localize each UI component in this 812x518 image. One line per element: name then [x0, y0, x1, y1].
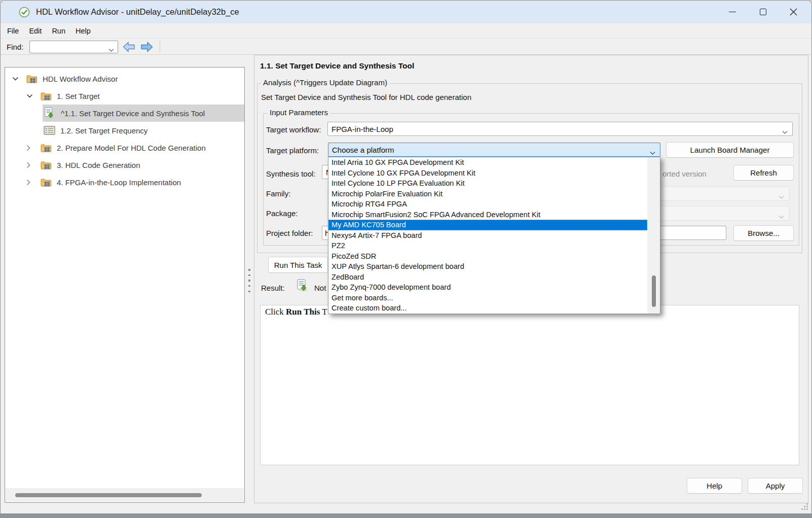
tree-node[interactable]: 1. Set Target [5, 87, 244, 105]
toolbar-separator [160, 41, 160, 53]
menu-help[interactable]: Help [70, 27, 96, 35]
maximize-button[interactable] [748, 1, 778, 23]
target-workflow-label: Target workflow: [266, 125, 321, 134]
task-description: Set Target Device and Synthesis Tool for… [261, 93, 471, 101]
report-text: Click Run This T [265, 307, 327, 317]
tree-node[interactable]: 4. FPGA-in-the-Loop Implementation [5, 174, 244, 191]
task-status-icon [296, 279, 309, 294]
chevron-right-icon[interactable] [26, 160, 40, 169]
apply-button[interactable]: Apply [748, 478, 803, 494]
platform-option[interactable]: Intel Cyclone 10 GX FPGA Development Kit [328, 168, 647, 179]
find-input[interactable] [29, 41, 118, 53]
platform-option[interactable]: Microchip PolarFire Evaluation Kit [328, 189, 647, 199]
platform-option[interactable]: ZedBoard [328, 272, 647, 283]
window-title: HDL Workflow Advisor - unitDelay_ce/unit… [36, 7, 239, 17]
tree-panel: HDL Workflow Advisor1. Set Target^1.1. S… [5, 67, 245, 503]
tree-node-label: ^1.1. Set Target Device and Synthesis To… [61, 109, 205, 118]
refresh-button[interactable]: Refresh [733, 165, 794, 181]
tree-node-label: 4. FPGA-in-the-Loop Implementation [57, 178, 181, 187]
result-status-fragment: Not [314, 284, 326, 292]
package-label: Package: [266, 209, 298, 218]
tree-node-label: 1. Set Target [57, 92, 100, 100]
tree-node-label: HDL Workflow Advisor [43, 75, 118, 83]
chevron-down-icon[interactable] [26, 91, 40, 100]
chevron-down-icon [650, 148, 655, 152]
minimize-icon [729, 12, 736, 12]
target-workflow-select[interactable]: FPGA-in-the-Loop [327, 122, 793, 136]
synthesis-tool-note-fragment: orted version [662, 169, 707, 178]
platform-option[interactable]: Intel Arria 10 GX FPGA Development Kit [328, 157, 647, 168]
chevron-down-icon [108, 45, 114, 49]
folder-icon [41, 160, 52, 170]
app-window: HDL Workflow Advisor - unitDelay_ce/unit… [0, 0, 812, 518]
tree-node[interactable]: HDL Workflow Advisor [5, 70, 244, 87]
tree-node-label: 2. Prepare Model For HDL Code Generation [57, 144, 206, 152]
tree-node-label: 1.2. Set Target Frequency [60, 126, 147, 135]
help-button[interactable]: Help [687, 478, 742, 494]
menu-bar: FileEditRunHelp [1, 23, 811, 39]
browse-button[interactable]: Browse... [733, 225, 794, 241]
platform-option[interactable]: Zybo Zynq-7000 development board [328, 282, 647, 293]
folder-icon [41, 91, 52, 101]
task-list-icon [44, 125, 55, 135]
task-heading: 1.1. Set Target Device and Synthesis Too… [260, 61, 414, 71]
target-platform-select[interactable]: Choose a platform [328, 143, 660, 157]
project-folder-label: Project folder: [266, 229, 313, 237]
forward-arrow-button[interactable] [140, 42, 154, 52]
synthesis-tool-label: Synthesis tool: [266, 169, 316, 178]
folder-icon [41, 143, 52, 153]
folder-icon [26, 74, 38, 84]
chevron-down-icon [779, 192, 784, 195]
find-label: Find: [7, 43, 23, 51]
back-arrow-button[interactable] [123, 42, 136, 52]
input-parameters-label: Input Parameters [268, 108, 330, 117]
folder-icon [41, 178, 52, 187]
tree-node[interactable]: 2. Prepare Model For HDL Code Generation [5, 139, 244, 156]
task-run-icon [44, 107, 56, 119]
platform-option[interactable]: Create custom board... [328, 303, 647, 314]
resize-grip[interactable] [801, 503, 808, 512]
run-this-task-button[interactable]: Run This Task [268, 257, 328, 273]
result-label: Result: [261, 284, 285, 292]
menu-run[interactable]: Run [47, 27, 70, 35]
horizontal-scrollbar-thumb[interactable] [15, 493, 202, 497]
tree-node[interactable]: ^1.1. Set Target Device and Synthesis To… [5, 105, 244, 122]
panel-splitter[interactable] [245, 268, 253, 293]
report-area [260, 305, 799, 465]
menu-file[interactable]: File [2, 27, 24, 35]
minimize-button[interactable] [717, 1, 748, 23]
family-label: Family: [266, 189, 290, 198]
chevron-down-icon [779, 212, 784, 215]
launch-board-manager-button[interactable]: Launch Board Manager [666, 142, 794, 158]
target-platform-value: Choose a platform [332, 146, 394, 154]
platform-option[interactable]: PZ2 [328, 240, 647, 251]
target-workflow-value: FPGA-in-the-Loop [331, 125, 393, 133]
target-platform-label: Target platform: [266, 146, 319, 155]
chevron-down-icon [782, 127, 788, 131]
find-toolbar: Find: [1, 39, 811, 55]
maximize-icon [760, 9, 766, 15]
analysis-group-label: Analysis (^Triggers Update Diagram) [261, 78, 389, 87]
close-icon [790, 8, 797, 16]
chevron-right-icon[interactable] [26, 178, 40, 187]
tree-node[interactable]: 1.2. Set Target Frequency [5, 122, 244, 139]
platform-option[interactable]: PicoZed SDR [328, 251, 647, 262]
chevron-down-icon[interactable] [12, 74, 25, 83]
tree-node-label: 3. HDL Code Generation [57, 161, 140, 169]
close-button[interactable] [778, 1, 808, 23]
horizontal-scrollbar[interactable] [6, 488, 244, 502]
platform-option[interactable]: Intel Cyclone 10 LP FPGA Evaluation Kit [328, 178, 647, 189]
app-icon [19, 7, 30, 18]
menu-edit[interactable]: Edit [24, 27, 47, 35]
dropdown-scrollbar-thumb[interactable] [652, 275, 656, 307]
platform-option[interactable]: Nexys4 Artix-7 FPGA board [328, 230, 647, 241]
tree-node[interactable]: 3. HDL Code Generation [5, 156, 244, 174]
platform-option[interactable]: XUP Atlys Spartan-6 development board [328, 261, 647, 272]
platform-option[interactable]: My AMD KC705 Board [328, 220, 647, 230]
platform-option[interactable]: Get more boards... [328, 293, 647, 303]
chevron-right-icon[interactable] [26, 143, 40, 152]
dropdown-scrollbar[interactable] [647, 157, 660, 314]
platform-option[interactable]: Microchip RTG4 FPGA [328, 199, 647, 210]
titlebar[interactable]: HDL Workflow Advisor - unitDelay_ce/unit… [1, 1, 811, 23]
platform-option[interactable]: Microchip SmartFusion2 SoC FPGA Advanced… [328, 210, 647, 220]
